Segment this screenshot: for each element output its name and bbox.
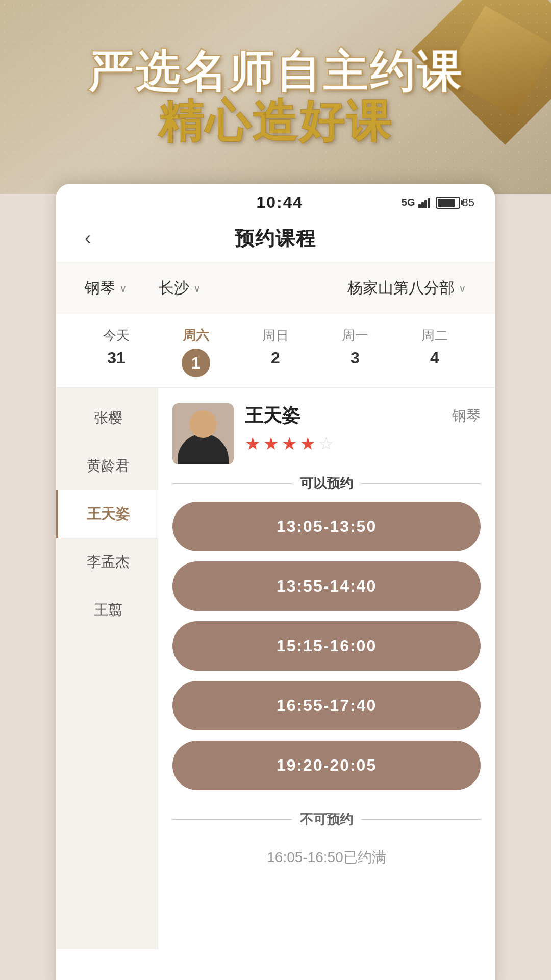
date-num-sat: 1 bbox=[182, 349, 210, 377]
svg-rect-2 bbox=[424, 200, 427, 208]
teacher-item-wangtianzi[interactable]: 王天姿 bbox=[56, 490, 158, 538]
signal-bars-icon bbox=[418, 197, 433, 208]
back-button[interactable]: ‹ bbox=[74, 225, 101, 252]
banner: 严选名师自主约课 精心造好课 bbox=[0, 0, 551, 194]
date-weekday-today: 今天 bbox=[103, 327, 130, 345]
divider-line-left2 bbox=[172, 819, 292, 820]
filter-branch-label: 杨家山第八分部 bbox=[347, 278, 455, 299]
teacher-item-huangling[interactable]: 黄龄君 bbox=[56, 442, 158, 490]
unavailable-label: 不可预约 bbox=[300, 811, 353, 828]
time-slot-1[interactable]: 13:05-13:50 bbox=[172, 502, 481, 551]
available-label: 可以预约 bbox=[300, 475, 353, 493]
date-item-sun[interactable]: 周日 2 bbox=[236, 327, 315, 377]
teacher-item-zhangying[interactable]: 张樱 bbox=[56, 394, 158, 442]
filter-instrument-label: 钢琴 bbox=[85, 278, 115, 299]
date-item-tue[interactable]: 周二 4 bbox=[395, 327, 474, 377]
filter-city-label: 长沙 bbox=[159, 278, 189, 299]
filter-row: 钢琴 ∨ 长沙 ∨ 杨家山第八分部 ∨ bbox=[56, 262, 495, 314]
date-item-mon[interactable]: 周一 3 bbox=[315, 327, 395, 377]
filter-instrument[interactable]: 钢琴 ∨ bbox=[77, 274, 135, 303]
teacher-subject: 钢琴 bbox=[452, 406, 481, 426]
star-3: ★ bbox=[282, 433, 297, 454]
battery-level: 85 bbox=[462, 196, 474, 209]
date-item-sat[interactable]: 周六 1 bbox=[156, 327, 236, 377]
content-area: 张樱 黄龄君 王天姿 李孟杰 王翦 王天姿 钢琴 bbox=[56, 388, 495, 949]
schedule-panel: 王天姿 钢琴 ★ ★ ★ ★ ☆ 可以预约 bbox=[158, 388, 495, 949]
status-icons: 5G 85 bbox=[402, 196, 474, 209]
time-slot-4[interactable]: 16:55-17:40 bbox=[172, 681, 481, 730]
star-5: ☆ bbox=[318, 433, 334, 454]
teacher-sidebar: 张樱 黄龄君 王天姿 李孟杰 王翦 bbox=[56, 388, 158, 949]
available-divider: 可以预约 bbox=[172, 475, 481, 493]
status-time: 10:44 bbox=[158, 193, 402, 212]
svg-rect-3 bbox=[428, 198, 430, 208]
time-slot-5[interactable]: 19:20-20:05 bbox=[172, 741, 481, 790]
svg-rect-0 bbox=[418, 204, 421, 208]
teacher-name: 王天姿 bbox=[245, 403, 300, 428]
unavailable-divider: 不可预约 bbox=[172, 811, 481, 828]
date-num-mon: 3 bbox=[350, 349, 360, 368]
star-1: ★ bbox=[245, 433, 260, 454]
battery-indicator: 85 bbox=[436, 196, 474, 209]
date-weekday-mon: 周一 bbox=[342, 327, 368, 345]
time-slot-2[interactable]: 13:55-14:40 bbox=[172, 561, 481, 611]
phone-card: 10:44 5G 85 ‹ 预约课程 钢琴 bbox=[56, 184, 495, 980]
chevron-down-icon: ∨ bbox=[459, 282, 466, 295]
divider-line-right bbox=[361, 483, 481, 484]
status-bar: 10:44 5G 85 bbox=[56, 184, 495, 217]
booked-slot: 16:05-16:50已约满 bbox=[172, 838, 481, 877]
stars-row: ★ ★ ★ ★ ☆ bbox=[245, 433, 481, 454]
date-num-tue: 4 bbox=[430, 349, 439, 368]
banner-title-2: 精心造好课 bbox=[158, 97, 393, 146]
banner-title-1: 严选名师自主约课 bbox=[88, 47, 463, 97]
date-num-today: 31 bbox=[107, 349, 126, 368]
teacher-name-row: 王天姿 钢琴 bbox=[245, 403, 481, 428]
page-title: 预约课程 bbox=[101, 226, 450, 252]
date-weekday-sat: 周六 bbox=[183, 327, 209, 345]
teacher-info: 王天姿 钢琴 ★ ★ ★ ★ ☆ bbox=[245, 403, 481, 454]
divider-line-left bbox=[172, 483, 292, 484]
date-weekday-tue: 周二 bbox=[421, 327, 448, 345]
star-4: ★ bbox=[300, 433, 315, 454]
date-row: 今天 31 周六 1 周日 2 周一 3 周二 4 bbox=[56, 314, 495, 388]
date-item-today[interactable]: 今天 31 bbox=[77, 327, 156, 377]
filter-branch[interactable]: 杨家山第八分部 ∨ bbox=[339, 274, 474, 303]
filter-city[interactable]: 长沙 ∨ bbox=[151, 274, 209, 303]
date-num-sun: 2 bbox=[271, 349, 280, 368]
back-icon: ‹ bbox=[85, 228, 91, 249]
star-2: ★ bbox=[263, 433, 279, 454]
signal-indicator: 5G bbox=[402, 197, 415, 208]
teacher-item-limengjie[interactable]: 李孟杰 bbox=[56, 538, 158, 586]
chevron-down-icon: ∨ bbox=[119, 282, 127, 295]
chevron-down-icon: ∨ bbox=[193, 282, 201, 295]
nav-bar: ‹ 预约课程 bbox=[56, 217, 495, 262]
svg-rect-1 bbox=[421, 202, 424, 208]
divider-line-right2 bbox=[361, 819, 481, 820]
date-weekday-sun: 周日 bbox=[262, 327, 289, 345]
teacher-avatar bbox=[172, 403, 234, 464]
time-slot-3[interactable]: 15:15-16:00 bbox=[172, 621, 481, 671]
teacher-item-wanjian[interactable]: 王翦 bbox=[56, 586, 158, 634]
teacher-header: 王天姿 钢琴 ★ ★ ★ ★ ☆ bbox=[172, 403, 481, 464]
